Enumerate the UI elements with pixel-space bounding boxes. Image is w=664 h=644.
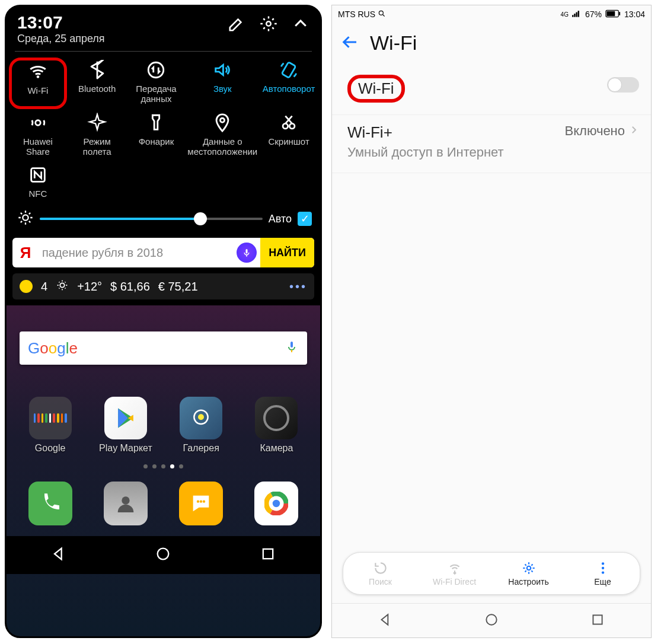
voice-mic-icon[interactable]	[237, 243, 257, 263]
google-mic-icon[interactable]	[285, 340, 299, 356]
brightness-knob[interactable]	[194, 212, 207, 225]
dock-contacts-icon[interactable]	[104, 482, 148, 525]
qs-label: Передача данных	[129, 84, 184, 104]
brightness-slider[interactable]	[40, 218, 263, 220]
qs-location-tile[interactable]: Данные о местоположении	[186, 110, 258, 162]
quicksettings-grid: Wi-Fi Bluetooth Передача данных Звук Авт…	[7, 55, 320, 203]
svg-rect-27	[572, 15, 573, 17]
sound-icon	[212, 60, 232, 80]
menu-more[interactable]: Еще	[566, 553, 640, 594]
search-placeholder[interactable]: падение рубля в 2018	[39, 246, 237, 260]
nfc-icon	[28, 165, 48, 185]
svg-point-24	[158, 549, 169, 560]
clock-time: 13:07	[17, 12, 105, 33]
airplane-icon	[87, 113, 107, 133]
data-transfer-icon	[146, 60, 166, 80]
svg-point-4	[36, 120, 41, 125]
svg-point-1	[37, 75, 40, 78]
svg-point-16	[197, 500, 199, 503]
empty-space	[332, 173, 651, 553]
app-google-folder[interactable]: Google	[21, 397, 80, 454]
brightness-row: Авто ✓	[7, 203, 320, 234]
brightness-fill	[40, 218, 200, 220]
nav-home-icon[interactable]	[155, 546, 171, 565]
app-label: Камера	[260, 443, 293, 454]
svg-rect-33	[619, 12, 620, 15]
camera-icon	[255, 397, 298, 439]
qs-sound-tile[interactable]: Звук	[186, 58, 258, 109]
svg-rect-32	[606, 11, 615, 15]
svg-point-37	[601, 571, 604, 573]
svg-point-34	[526, 566, 531, 570]
google-search-widget[interactable]: Google	[20, 331, 307, 365]
weather-widget[interactable]: 4 +12° $ 61,66 € 75,21 •••	[12, 273, 314, 299]
autorotate-icon	[279, 60, 299, 80]
wifi-toggle-switch[interactable]	[607, 77, 639, 93]
menu-label: Еще	[594, 577, 611, 586]
collapse-chevron-icon[interactable]	[292, 15, 309, 35]
qs-airplane-tile[interactable]: Режим полета	[68, 110, 126, 162]
menu-label: Поиск	[369, 577, 392, 586]
yandex-search-bar[interactable]: Я падение рубля в 2018 НАЙТИ	[12, 238, 314, 267]
svg-point-9	[23, 215, 28, 221]
qs-label: Скриншот	[268, 136, 309, 146]
wifi-toggle-row[interactable]: Wi-Fi	[332, 66, 651, 115]
back-arrow-icon[interactable]	[341, 33, 359, 53]
qs-label: Wi-Fi	[27, 85, 48, 95]
qs-label: NFC	[28, 189, 47, 199]
search-find-button[interactable]: НАЙТИ	[260, 238, 314, 267]
dock-messages-icon[interactable]	[179, 482, 223, 525]
svg-point-15	[122, 497, 129, 505]
dock-chrome-icon[interactable]	[254, 482, 298, 525]
nav-recent-icon[interactable]	[260, 546, 276, 565]
chevron-right-icon	[628, 123, 639, 139]
menu-search[interactable]: Поиск	[343, 553, 417, 594]
signal-icon	[572, 9, 582, 19]
yandex-logo-icon: Я	[12, 244, 39, 262]
dock-phone-icon[interactable]	[28, 482, 72, 525]
menu-configure[interactable]: Настроить	[491, 553, 566, 594]
svg-point-26	[379, 11, 383, 15]
svg-point-7	[290, 123, 295, 129]
app-gallery[interactable]: Галерея	[171, 397, 231, 454]
more-vertical-icon	[595, 560, 611, 576]
qs-wifi-tile[interactable]: Wi-Fi	[9, 58, 67, 109]
menu-wifi-direct[interactable]: Wi-Fi Direct	[417, 553, 491, 594]
qs-huaweishare-tile[interactable]: Huawei Share	[9, 110, 67, 162]
app-play-market[interactable]: Play Маркет	[96, 397, 155, 454]
qs-autorotate-tile[interactable]: Автоповорот	[260, 58, 318, 109]
qs-label: Автоповорот	[263, 84, 315, 94]
usd-rate: $ 61,66	[110, 280, 150, 294]
weather-more-icon[interactable]: •••	[289, 280, 307, 294]
qs-screenshot-tile[interactable]: Скриншот	[260, 110, 318, 162]
clock-date: Среда, 25 апреля	[17, 33, 105, 45]
qs-nfc-tile[interactable]: NFC	[9, 162, 67, 203]
qs-bluetooth-tile[interactable]: Bluetooth	[68, 58, 126, 109]
wifi-plus-subtitle: Умный доступ в Интернет	[347, 144, 504, 161]
svg-point-23	[272, 499, 281, 508]
divider	[15, 51, 312, 52]
svg-point-18	[203, 500, 205, 503]
nav-home-icon[interactable]	[484, 612, 499, 630]
app-label: Google	[35, 443, 66, 454]
brightness-sun-icon	[17, 209, 34, 228]
location-icon	[212, 113, 232, 133]
qs-data-tile[interactable]: Передача данных	[127, 58, 186, 109]
settings-gear-icon[interactable]	[260, 15, 277, 35]
toggle-knob	[608, 78, 622, 92]
app-camera[interactable]: Камера	[247, 397, 306, 454]
flashlight-icon	[146, 113, 166, 133]
nav-back-icon[interactable]	[50, 546, 67, 565]
brightness-auto-checkbox[interactable]: ✓	[298, 212, 312, 226]
qs-flashlight-tile[interactable]: Фонарик	[127, 110, 186, 162]
huaweishare-icon	[28, 113, 48, 133]
wifi-plus-title: Wi-Fi+	[347, 123, 504, 142]
qs-label: Звук	[213, 84, 232, 94]
settings-header: Wi-Fi	[332, 23, 651, 66]
wifi-plus-row[interactable]: Wi-Fi+ Умный доступ в Интернет Включено	[332, 115, 651, 173]
edit-icon[interactable]	[228, 15, 245, 35]
home-screen-dimmed: Google Google Play Маркет Галерея	[7, 305, 320, 636]
svg-point-14	[198, 415, 204, 420]
nav-recent-icon[interactable]	[590, 612, 605, 630]
nav-back-icon[interactable]	[378, 612, 393, 630]
